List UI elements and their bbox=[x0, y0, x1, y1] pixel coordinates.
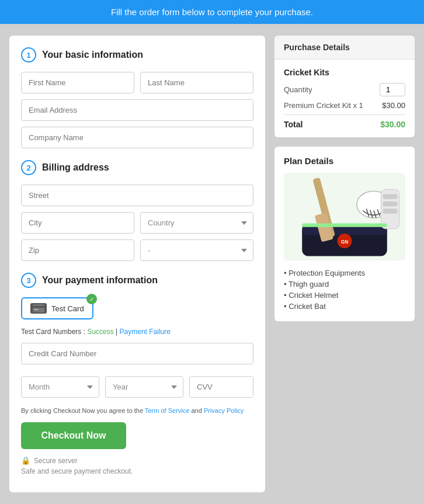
feature-2: Thigh guard bbox=[284, 279, 405, 290]
company-input[interactable] bbox=[21, 127, 253, 148]
payment-inputs: Month 010203 040506 070809 101112 Year 2… bbox=[21, 343, 253, 398]
section-2-number: 2 bbox=[21, 160, 36, 175]
feature-4: Cricket Bat bbox=[284, 301, 405, 312]
year-select[interactable]: Year 202420252026 202720282029 bbox=[105, 376, 183, 398]
terms-text: By clicking Checkout Now you agree to th… bbox=[21, 407, 253, 414]
tos-link[interactable]: Term of Service bbox=[145, 407, 189, 414]
svg-rect-2 bbox=[34, 309, 39, 310]
section-3-title: Your payment information bbox=[42, 275, 158, 286]
test-card-option[interactable]: Test Card ✓ bbox=[21, 297, 93, 319]
email-input[interactable] bbox=[21, 99, 253, 121]
purchase-details-body: Cricket Kits Quantity Premium Cricket Ki… bbox=[274, 60, 415, 137]
terms-prefix: By clicking Checkout Now you agree to th… bbox=[21, 407, 145, 414]
zip-state-row: - bbox=[21, 239, 253, 261]
product-title: Cricket Kits bbox=[284, 68, 405, 77]
secure-info: 🔒 Secure server Safe and secure payment … bbox=[21, 456, 253, 475]
total-amount: $30.00 bbox=[380, 120, 405, 129]
payment-section: 3 Your payment information Test Card bbox=[21, 273, 253, 398]
check-badge: ✓ bbox=[86, 294, 97, 304]
email-row bbox=[21, 99, 253, 121]
svg-rect-7 bbox=[302, 226, 387, 235]
svg-text:GN: GN bbox=[341, 239, 348, 245]
total-label: Total bbox=[284, 120, 303, 129]
zip-input[interactable] bbox=[21, 239, 134, 261]
section-3-number: 3 bbox=[21, 273, 36, 288]
lock-icon: 🔒 bbox=[21, 456, 30, 465]
city-country-row: Country United States United Kingdom Aus… bbox=[21, 212, 253, 234]
purchase-details-header: Purchase Details bbox=[274, 36, 415, 60]
company-row bbox=[21, 127, 253, 148]
billing-section: 2 Billing address Country United States … bbox=[21, 160, 253, 261]
month-select[interactable]: Month 010203 040506 070809 101112 bbox=[21, 376, 99, 398]
left-panel: 1 Your basic information 2 Billi bbox=[9, 36, 265, 492]
quantity-input[interactable] bbox=[380, 83, 405, 96]
svg-rect-0 bbox=[33, 304, 44, 312]
svg-rect-22 bbox=[302, 223, 387, 227]
purchase-details-box: Purchase Details Cricket Kits Quantity P… bbox=[274, 36, 415, 137]
main-content: 1 Your basic information 2 Billi bbox=[0, 24, 424, 504]
payment-header: 3 Your payment information bbox=[21, 273, 253, 288]
name-row bbox=[21, 72, 253, 93]
page-wrapper: Fill the order form below to complete yo… bbox=[0, 0, 424, 504]
test-card-prefix: Test Card Numbers : bbox=[21, 328, 85, 336]
billing-header: 2 Billing address bbox=[21, 160, 253, 175]
failure-link[interactable]: Payment Failure bbox=[120, 328, 171, 336]
cricket-kit-svg: GN bbox=[284, 173, 405, 260]
card-options: Test Card ✓ bbox=[21, 297, 253, 319]
quantity-label: Quantity bbox=[284, 85, 312, 94]
country-select[interactable]: Country United States United Kingdom Aus… bbox=[140, 212, 253, 234]
plan-details-title: Plan Details bbox=[284, 156, 405, 166]
last-name-input[interactable] bbox=[140, 72, 253, 93]
basic-info-header: 1 Your basic information bbox=[21, 47, 253, 62]
quantity-row: Quantity bbox=[284, 83, 405, 96]
credit-card-row bbox=[21, 343, 253, 364]
section-1-title: Your basic information bbox=[42, 50, 143, 60]
state-select[interactable]: - bbox=[140, 239, 253, 261]
basic-info-section: 1 Your basic information bbox=[21, 47, 253, 148]
secure-server-row: 🔒 Secure server bbox=[21, 456, 253, 465]
banner-text: Fill the order form below to complete yo… bbox=[111, 7, 313, 17]
item-label: Premium Cricket Kit x 1 bbox=[284, 101, 363, 110]
cvv-input[interactable] bbox=[190, 377, 253, 397]
feature-1: Protection Equipments bbox=[284, 267, 405, 279]
test-card-label: Test Card bbox=[51, 304, 84, 313]
secure-label: Secure server bbox=[34, 457, 78, 465]
right-panel: Purchase Details Cricket Kits Quantity P… bbox=[274, 36, 415, 492]
cvv-row: Month 010203 040506 070809 101112 Year 2… bbox=[21, 376, 253, 398]
street-input[interactable] bbox=[21, 185, 253, 206]
success-link[interactable]: Success bbox=[87, 328, 113, 336]
privacy-link[interactable]: Privacy Policy bbox=[204, 407, 244, 414]
safe-row: Safe and secure payment checkout. bbox=[21, 467, 253, 475]
safe-label: Safe and secure payment checkout. bbox=[21, 467, 133, 475]
card-icon bbox=[30, 303, 47, 314]
top-banner: Fill the order form below to complete yo… bbox=[0, 0, 424, 24]
total-row: Total $30.00 bbox=[284, 120, 405, 129]
svg-rect-20 bbox=[383, 201, 398, 206]
credit-card-svg bbox=[33, 304, 44, 312]
first-name-input[interactable] bbox=[21, 72, 134, 93]
cricket-kit-image: GN bbox=[284, 173, 405, 260]
street-row bbox=[21, 185, 253, 206]
cvv-wrapper bbox=[189, 376, 253, 398]
credit-card-input[interactable] bbox=[21, 343, 253, 364]
city-input[interactable] bbox=[21, 212, 134, 234]
svg-rect-1 bbox=[33, 306, 44, 308]
section-1-number: 1 bbox=[21, 47, 36, 62]
terms-conjunction: and bbox=[191, 407, 203, 414]
item-row: Premium Cricket Kit x 1 $30.00 bbox=[284, 101, 405, 110]
item-price: $30.00 bbox=[382, 101, 405, 110]
svg-rect-19 bbox=[383, 194, 398, 199]
svg-rect-21 bbox=[383, 208, 398, 213]
section-2-title: Billing address bbox=[42, 162, 109, 173]
plan-features: Protection Equipments Thigh guard Cricke… bbox=[284, 267, 405, 312]
feature-3: Cricket Helmet bbox=[284, 290, 405, 301]
test-card-numbers: Test Card Numbers : Success | Payment Fa… bbox=[21, 328, 253, 336]
purchase-divider bbox=[284, 114, 405, 115]
checkout-button[interactable]: Checkout Now bbox=[21, 422, 126, 449]
plan-details-box: Plan Details GN bbox=[274, 147, 415, 321]
